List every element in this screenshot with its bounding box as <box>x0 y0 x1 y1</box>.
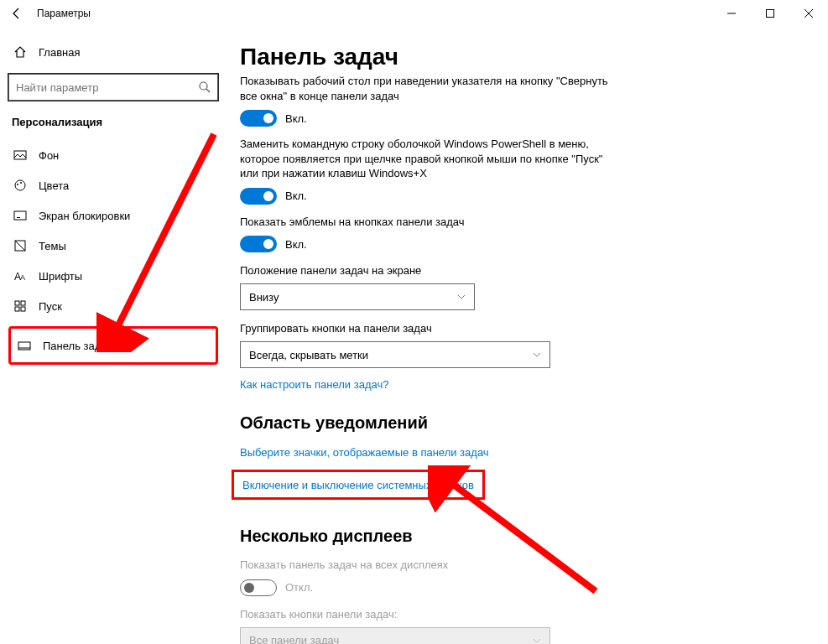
toggle-state: Вкл. <box>285 238 307 251</box>
combine-buttons-label: Группировать кнопки на панели задач <box>240 322 803 335</box>
sidebar-item-label: Темы <box>39 240 66 252</box>
home-link[interactable]: Главная <box>8 39 218 65</box>
option-powershell-label: Заменить командную строку оболочкой Wind… <box>240 137 609 181</box>
svg-rect-17 <box>15 307 19 311</box>
lockscreen-icon <box>13 209 27 222</box>
arrow-left-icon <box>10 7 23 20</box>
section-multiple-displays: Несколько дисплеев <box>240 527 803 546</box>
page-title: Панель задач <box>240 44 803 70</box>
svg-point-8 <box>17 184 18 185</box>
svg-rect-10 <box>14 211 26 220</box>
themes-icon <box>13 239 27 252</box>
svg-text:A: A <box>20 273 25 282</box>
select-icons-link[interactable]: Выберите значки, отображаемые в панели з… <box>240 446 489 459</box>
sidebar-item-label: Панель задач <box>43 340 112 352</box>
select-value: Внизу <box>249 291 279 304</box>
sidebar-item-taskbar[interactable]: Панель задач <box>13 330 214 361</box>
svg-line-5 <box>206 89 210 92</box>
sidebar-item-label: Экран блокировки <box>39 210 130 222</box>
search-input[interactable] <box>8 74 218 101</box>
svg-rect-19 <box>18 342 30 350</box>
chevron-down-icon <box>533 636 541 644</box>
taskbar-position-label: Положение панели задач на экране <box>240 264 803 277</box>
toggle-desktop-peek[interactable] <box>240 110 277 127</box>
sidebar-item-start[interactable]: Пуск <box>8 291 218 321</box>
toggle-multi-show[interactable] <box>240 579 277 596</box>
sidebar-item-label: Фон <box>39 149 59 162</box>
system-icons-link[interactable]: Включение и выключение системных значков <box>242 479 474 491</box>
titlebar: Параметры <box>0 0 828 27</box>
chevron-down-icon <box>533 351 541 359</box>
category-label: Персонализация <box>12 116 218 128</box>
svg-point-9 <box>20 182 22 184</box>
window-controls <box>712 0 828 27</box>
sidebar-item-background[interactable]: Фон <box>8 140 218 170</box>
maximize-button[interactable] <box>751 0 789 27</box>
toggle-state: Вкл. <box>285 112 307 125</box>
search-icon <box>198 80 211 94</box>
toggle-state: Вкл. <box>285 190 307 202</box>
svg-point-4 <box>200 82 207 90</box>
fonts-icon: AA <box>13 269 27 283</box>
svg-rect-15 <box>15 301 19 305</box>
annotation-highlight-sidebar: Панель задач <box>8 326 218 365</box>
select-value: Всегда, скрывать метки <box>249 349 368 361</box>
toggle-badges[interactable] <box>240 236 277 252</box>
window-title: Параметры <box>30 8 91 19</box>
select-value: Все панели задач <box>249 634 339 644</box>
close-button[interactable] <box>789 0 828 27</box>
svg-rect-18 <box>21 307 25 311</box>
annotation-highlight-link: Включение и выключение системных значков <box>232 470 485 500</box>
search-box[interactable] <box>8 74 218 101</box>
picture-icon <box>13 148 27 162</box>
option-badges-label: Показать эмблемы на кнопках панели задач <box>240 215 609 230</box>
multi-show-label: Показать панель задач на всех дисплеях <box>240 558 609 573</box>
palette-icon <box>13 179 27 192</box>
taskbar-position-select[interactable]: Внизу <box>240 283 475 310</box>
svg-rect-1 <box>767 10 774 18</box>
sidebar-item-fonts[interactable]: AA Шрифты <box>8 261 218 291</box>
combine-buttons-select[interactable]: Всегда, скрывать метки <box>240 341 550 368</box>
sidebar-item-colors[interactable]: Цвета <box>8 170 218 200</box>
sidebar-item-themes[interactable]: Темы <box>8 231 218 261</box>
content: Панель задач Показывать рабочий стол при… <box>227 27 828 644</box>
option-desktop-peek-label: Показывать рабочий стол при наведении ук… <box>240 74 609 103</box>
svg-rect-6 <box>14 151 26 159</box>
multi-buttons-select: Все панели задач <box>240 627 550 644</box>
start-icon <box>13 299 27 313</box>
minimize-button[interactable] <box>712 0 751 27</box>
sidebar-item-label: Пуск <box>39 300 62 313</box>
home-label: Главная <box>39 46 80 59</box>
toggle-powershell[interactable] <box>240 188 277 205</box>
section-notification-area: Область уведомлений <box>240 413 803 433</box>
sidebar-item-label: Цвета <box>39 179 69 192</box>
sidebar-item-lockscreen[interactable]: Экран блокировки <box>8 200 218 231</box>
multi-buttons-label: Показать кнопки панели задач: <box>240 608 803 621</box>
svg-rect-16 <box>21 301 25 305</box>
sidebar-item-label: Шрифты <box>39 270 82 283</box>
chevron-down-icon <box>457 293 466 301</box>
home-icon <box>13 45 27 59</box>
help-link[interactable]: Как настроить панели задач? <box>240 378 388 391</box>
sidebar: Главная Персонализация Фон Цвета Экран б… <box>0 27 227 644</box>
svg-rect-11 <box>17 217 20 218</box>
svg-point-7 <box>15 180 25 190</box>
back-button[interactable] <box>3 0 30 27</box>
taskbar-icon <box>18 339 31 352</box>
toggle-state: Откл. <box>285 581 313 594</box>
